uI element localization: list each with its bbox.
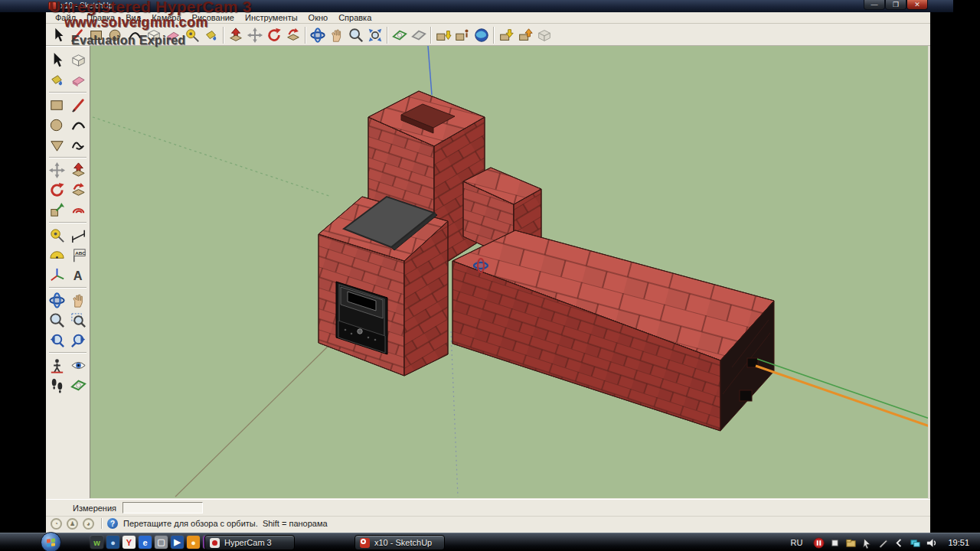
status-geolocation-icon[interactable]: ◔: [51, 518, 62, 530]
palette-section-plane-button[interactable]: [68, 375, 89, 395]
palette-pan-button[interactable]: [68, 290, 89, 310]
protractor-icon: [48, 246, 66, 264]
toolbar-share-model-button[interactable]: [452, 25, 472, 44]
palette-look-around-button[interactable]: [68, 355, 89, 375]
toolbar-make-component-button[interactable]: [144, 25, 163, 44]
toolbar-eraser-button[interactable]: [163, 25, 182, 44]
palette-tape-measure-button[interactable]: [47, 225, 67, 245]
palette-zoom-next-button[interactable]: [68, 330, 89, 350]
toolbar-follow-me-button[interactable]: [283, 25, 302, 44]
palette-text-button[interactable]: ABC: [68, 245, 89, 265]
menu-help[interactable]: Справка: [333, 12, 377, 24]
palette-zoom-button[interactable]: [47, 310, 67, 330]
toolbar-paint-bucket-button[interactable]: [201, 25, 220, 44]
toolbar-move-button[interactable]: [245, 25, 264, 44]
toolbar-pan-button[interactable]: [327, 25, 346, 44]
palette-zoom-window-button[interactable]: [68, 310, 89, 330]
menu-camera[interactable]: Камера: [146, 12, 186, 24]
minimize-button[interactable]: —: [864, 0, 885, 10]
toolbar-tape-measure-button[interactable]: [182, 25, 201, 44]
quicklaunch-internet-explorer[interactable]: e: [139, 536, 152, 549]
toolbar-arc-button[interactable]: [125, 25, 144, 44]
menu-view[interactable]: Вид: [120, 12, 146, 24]
tray-chevron-icon[interactable]: [893, 537, 905, 549]
toolbar-circle-button[interactable]: [106, 25, 125, 44]
tray-pen-icon[interactable]: [877, 537, 889, 549]
palette-protractor-button[interactable]: [47, 245, 67, 265]
menu-tools[interactable]: Инструменты: [240, 12, 303, 24]
restore-button[interactable]: ❐: [885, 0, 906, 10]
toolbar-zoom-extents-button[interactable]: [365, 25, 384, 44]
taskbar-button-hypercam[interactable]: HyperCam 3: [204, 535, 295, 550]
close-button[interactable]: ✕: [906, 0, 928, 10]
quicklaunch-yandex[interactable]: Y: [122, 536, 136, 549]
drawing-canvas[interactable]: [90, 46, 928, 498]
palette-select-button[interactable]: [47, 50, 67, 70]
menu-file[interactable]: Файл: [50, 12, 81, 24]
status-credit-icon[interactable]: ♟: [67, 518, 78, 530]
palette-make-component-button[interactable]: [68, 50, 89, 70]
palette-orbit-button[interactable]: [47, 290, 67, 310]
palette-axes-button[interactable]: [47, 265, 67, 285]
menu-window[interactable]: Окно: [303, 12, 334, 24]
start-button[interactable]: [41, 532, 61, 551]
palette-scale-button[interactable]: [47, 200, 67, 220]
follow-me-icon: [285, 27, 302, 44]
palette-dimension-button[interactable]: [68, 225, 89, 245]
tray-hypercam-record-icon[interactable]: [813, 537, 825, 549]
toolbar-get-models-button[interactable]: [433, 25, 452, 44]
palette-position-camera-button[interactable]: [47, 355, 67, 375]
svg-text:ABC: ABC: [75, 249, 86, 255]
toolbar-google-earth-button[interactable]: [472, 25, 491, 44]
palette-push-pull-button[interactable]: [68, 160, 89, 180]
walk-icon: [48, 377, 66, 394]
toolbar-rectangle-button[interactable]: [87, 25, 106, 44]
quicklaunch-app-blue-sphere[interactable]: ●: [106, 536, 119, 549]
sketchup-app-icon[interactable]: [48, 2, 57, 10]
menu-draw[interactable]: Рисование: [187, 12, 240, 24]
palette-text-3d-button[interactable]: A: [68, 265, 89, 285]
tray-folder-icon[interactable]: [845, 537, 857, 549]
toolbar-preview-disabled-button[interactable]: [534, 25, 554, 44]
palette-rotate-button[interactable]: [47, 180, 67, 200]
tray-pointer-icon[interactable]: [861, 537, 873, 549]
palette-rectangle-button[interactable]: [47, 95, 67, 115]
palette-arc-button[interactable]: [68, 115, 89, 135]
toolbar-section-display-button[interactable]: [409, 25, 428, 44]
palette-move-button[interactable]: [47, 160, 67, 180]
toolbar-section-plane-button[interactable]: [390, 25, 409, 44]
clock[interactable]: 19:51: [948, 538, 969, 547]
palette-freehand-button[interactable]: [68, 135, 89, 155]
toolbar-push-pull-button[interactable]: [226, 25, 245, 44]
measurements-input[interactable]: [122, 502, 203, 514]
toolbar-zoom-button[interactable]: [346, 25, 365, 44]
language-indicator[interactable]: RU: [791, 538, 803, 547]
palette-zoom-previous-button[interactable]: [47, 330, 67, 350]
palette-eraser-button[interactable]: [68, 70, 89, 90]
quicklaunch-app-gray-window[interactable]: ▢: [155, 536, 168, 549]
toolbar-rotate-button[interactable]: [264, 25, 283, 44]
quicklaunch-app-blue-arrow[interactable]: ▶: [171, 536, 184, 549]
quicklaunch-app-orange[interactable]: ●: [187, 536, 200, 549]
palette-polygon-button[interactable]: [47, 135, 67, 155]
toolbar-orbit-button[interactable]: [308, 25, 327, 44]
quicklaunch-app-green-w[interactable]: w: [90, 536, 103, 549]
menu-edit[interactable]: Правка: [81, 12, 120, 24]
toolbar-select-button[interactable]: [48, 25, 67, 44]
help-icon[interactable]: ?: [107, 518, 118, 529]
palette-line-button[interactable]: [68, 95, 89, 115]
tray-volume-icon[interactable]: [926, 537, 937, 549]
palette-circle-button[interactable]: [47, 115, 67, 135]
toolbar-import-model-button[interactable]: [496, 25, 515, 44]
toolbar-line-button[interactable]: [67, 25, 87, 44]
palette-offset-button[interactable]: [68, 200, 89, 220]
palette-walk-button[interactable]: [47, 375, 67, 395]
status-signin-icon[interactable]: ◕: [83, 518, 94, 530]
palette-paint-bucket-button[interactable]: [47, 70, 67, 90]
taskbar-button-sketchup[interactable]: x10 - SketchUp: [354, 535, 445, 550]
tray-network-icon[interactable]: [910, 537, 921, 549]
palette-follow-me-button[interactable]: [68, 180, 89, 200]
arc-icon: [126, 27, 143, 44]
toolbar-export-model-button[interactable]: [515, 25, 534, 44]
tray-stop-icon[interactable]: [829, 537, 841, 549]
